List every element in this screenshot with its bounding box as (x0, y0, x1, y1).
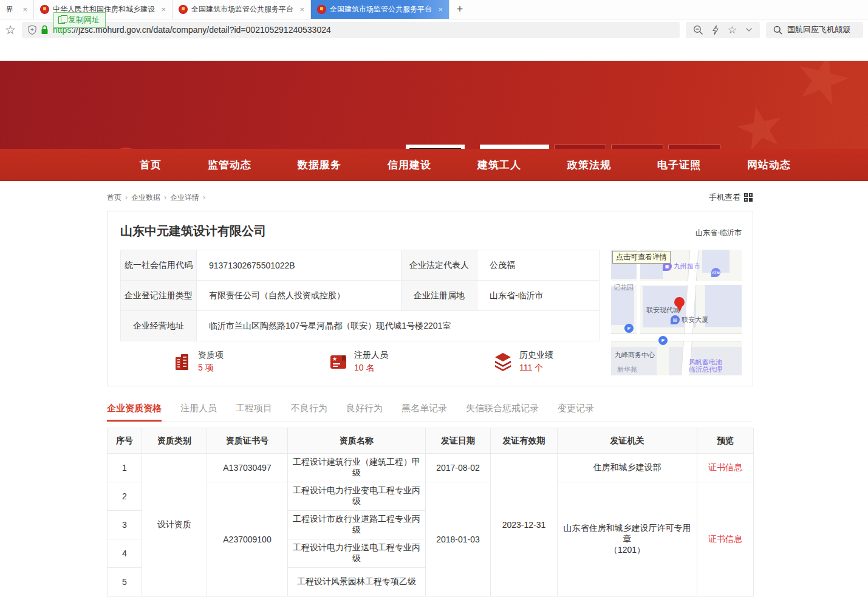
map-label-biz-center: 九峰商务中心 (615, 350, 655, 360)
cell-no: 3 (108, 511, 142, 539)
certificate-info-link[interactable]: 证书信息 (708, 462, 742, 472)
map-label-garden: 记花园 (613, 283, 634, 292)
poi-icon: ATM (711, 268, 720, 277)
tab-projects[interactable]: 工程项目 (236, 403, 272, 422)
qr-pattern: ▥ S (409, 148, 461, 149)
tab-close-icon[interactable]: × (161, 5, 166, 14)
reg-region-label: 企业注册属地 (402, 281, 477, 311)
main-nav: 首页 监管动态 数据服务 信用建设 建筑工人 政策法规 电子证照 网站动态 (0, 149, 868, 181)
cell-issue-date: 2018-01-03 (426, 482, 491, 596)
stat-qualifications[interactable]: 资质项5 项 (173, 350, 224, 374)
site-favicon-icon (317, 5, 326, 14)
poi-label: 九州超市 (674, 262, 700, 271)
tab-dishonesty[interactable]: 失信联合惩戒记录 (466, 403, 539, 422)
building-icon (173, 352, 192, 372)
breadcrumb-company-detail[interactable]: 企业详情 (170, 193, 199, 202)
company-name: 山东中元建筑设计有限公司 (120, 223, 266, 239)
stat-registered-personnel[interactable]: ★ 注册人员10 名 (329, 350, 388, 374)
stat-value: 111 个 (519, 363, 553, 374)
nav-item-supervision[interactable]: 监管动态 (208, 158, 251, 172)
nav-item-workers[interactable]: 建筑工人 (477, 158, 521, 172)
tab-change-records[interactable]: 变更记录 (558, 403, 594, 422)
map-label-xinhua: 新华苑 (617, 365, 637, 374)
breadcrumb-home[interactable]: 首页 (107, 193, 121, 202)
col-header-category: 资质类别 (142, 428, 207, 454)
tab-good-behavior[interactable]: 良好行为 (346, 403, 383, 422)
browser-chrome: 界 × 中华人民共和国住房和城乡建设 × 全国建筑市场监管公共服务平台 × 全国… (0, 0, 868, 40)
cell-qual-name: 工程设计市政行业道路工程专业丙级 (288, 511, 426, 539)
search-tab-project[interactable]: 建设项目 (611, 145, 663, 149)
authority-line1: 山东省住房和城乡建设厅许可专用章 (561, 523, 693, 545)
copy-url-tooltip: 复制网址 (53, 12, 106, 28)
certificate-info-link[interactable]: 证书信息 (708, 534, 742, 544)
map-poi-tower: ▤ 联安大厦 (671, 315, 708, 324)
page-top-gap (0, 40, 868, 61)
tab-close-icon[interactable]: × (438, 5, 443, 14)
col-header-qual-name: 资质名称 (288, 428, 426, 454)
nav-item-policy[interactable]: 政策法规 (567, 158, 611, 172)
credit-code-label: 统一社会信用代码 (121, 250, 197, 281)
certificate-icon: ★ (329, 352, 348, 372)
url-bar[interactable]: https://jzsc.mohurd.gov.cn/data/company/… (22, 22, 680, 38)
tab-title: 界 (6, 4, 13, 15)
quick-search-box[interactable]: 国航回应飞机颠簸 (766, 22, 863, 38)
stat-label: 注册人员 (354, 350, 388, 361)
nav-item-home[interactable]: 首页 (140, 158, 162, 172)
search-tab-enterprise[interactable]: 建设工程企业 (480, 145, 549, 149)
nav-item-credit[interactable]: 信用建设 (388, 158, 431, 172)
nav-item-license[interactable]: 电子证照 (657, 158, 701, 172)
tab-jzsc-active[interactable]: 全国建筑市场监管公共服务平台 × (311, 0, 449, 19)
favorite-star-icon[interactable]: ☆ (728, 25, 737, 35)
site-favicon-icon (179, 5, 188, 14)
breadcrumb-company-data[interactable]: 企业数据 (131, 193, 160, 202)
tab-title: 全国建筑市场监管公共服务平台 (330, 4, 432, 15)
cell-valid-until: 2023-12-31 (491, 454, 558, 596)
tab-title: 全国建筑市场监管公共服务平台 (191, 4, 293, 15)
stat-history[interactable]: 历史业绩111 个 (493, 350, 553, 374)
page-content: 首页›企业数据›企业详情› 手机查看 山东中元建筑设计有限公司 山东省-临沂市 … (107, 191, 753, 596)
new-tab-button[interactable]: + (449, 0, 470, 19)
col-header-no: 序号 (108, 428, 142, 454)
reg-region-value: 山东省-临沂市 (477, 281, 600, 311)
table-row: 企业经营地址 临沂市兰山区陶然路107号星河晶都（联安）现代城1号楼2201室 (121, 311, 600, 341)
detail-tabs: 企业资质资格 注册人员 工程项目 不良行为 良好行为 黑名单记录 失信联合惩戒记… (107, 401, 753, 422)
stat-label: 历史业绩 (519, 350, 553, 361)
flash-icon[interactable] (712, 25, 719, 35)
tab-partial[interactable]: 界 × (0, 0, 34, 19)
table-header-row: 序号 资质类别 资质证书号 资质名称 发证日期 发证有效期 发证机关 预览 (108, 428, 754, 454)
cell-cert-no: A237009100 (207, 482, 288, 596)
bookmark-star-icon[interactable]: ☆ (5, 24, 16, 36)
lock-icon (41, 25, 49, 35)
qr-mini-icon[interactable] (744, 193, 753, 202)
parking-icon: P (658, 336, 668, 345)
map-tooltip: 点击可查看详情 (612, 251, 671, 264)
col-header-valid-until: 发证有效期 (491, 428, 558, 454)
nav-item-data[interactable]: 数据服务 (298, 158, 341, 172)
tab-qualifications[interactable]: 企业资质资格 (107, 403, 162, 422)
site-favicon-icon (40, 5, 49, 14)
tab-close-icon[interactable]: × (22, 5, 27, 14)
chevron-down-icon[interactable] (745, 27, 753, 32)
tab-close-icon[interactable]: × (299, 5, 304, 14)
cell-qual-name: 工程设计电力行业送电工程专业丙级 (288, 539, 426, 568)
company-info-table: 统一社会信用代码 91371302675501022B 企业法定代表人 公茂福 … (120, 250, 600, 341)
search-tab-personnel[interactable]: 从业人员 (554, 145, 606, 149)
nav-item-news[interactable]: 网站动态 (747, 158, 791, 172)
company-location-map[interactable]: 点击可查看详情 ▣ 九州超市 ATM 记花园 联安现代城 ▤ 联安大厦 P (611, 250, 742, 375)
cell-authority: 山东省住房和城乡建设厅许可专用章 （1201） (558, 482, 697, 596)
tab-jzsc-1[interactable]: 全国建筑市场监管公共服务平台 × (173, 0, 311, 19)
cell-no: 2 (108, 482, 142, 511)
stat-label: 资质项 (198, 350, 224, 361)
tab-registered-personnel[interactable]: 注册人员 (180, 403, 217, 422)
mobile-view[interactable]: 手机查看 (709, 192, 753, 203)
qualification-table: 序号 资质类别 资质证书号 资质名称 发证日期 发证有效期 发证机关 预览 1 … (107, 428, 754, 596)
map-poi-parking-2: P (658, 336, 668, 345)
zoom-out-icon[interactable] (693, 25, 703, 35)
tab-bad-behavior[interactable]: 不良行为 (291, 403, 327, 422)
parking-icon: P (624, 324, 634, 333)
map-road (611, 333, 742, 341)
search-tab-credit[interactable]: 诚信记录 (668, 145, 720, 149)
banner-search: 建设工程企业 从业人员 建设项目 诚信记录 搜索 (480, 145, 752, 149)
map-poi-atm: ATM (711, 268, 720, 277)
tab-blacklist[interactable]: 黑名单记录 (402, 403, 447, 422)
